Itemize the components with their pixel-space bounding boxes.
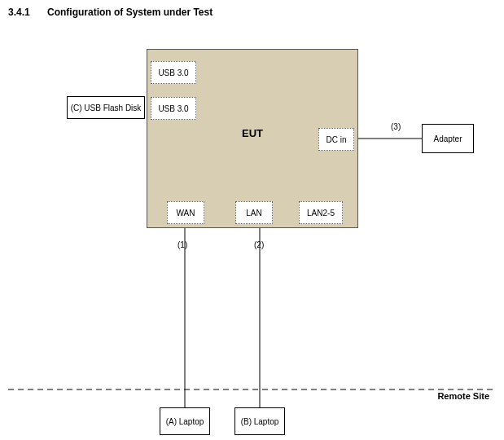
port-usb-side: USB 3.0 bbox=[151, 97, 196, 120]
port-wan: WAN bbox=[167, 201, 204, 224]
device-usb-flash: (C) USB Flash Disk bbox=[67, 96, 145, 119]
device-adapter: Adapter bbox=[422, 124, 474, 153]
heading-number: 3.4.1 bbox=[8, 7, 30, 18]
eut-box: EUT USB 3.0 USB 3.0 DC in WAN LAN LAN2-5 bbox=[147, 49, 358, 228]
label-conn-3: (3) bbox=[391, 122, 401, 131]
heading-title: Configuration of System under Test bbox=[47, 7, 213, 18]
remote-site-label: Remote Site bbox=[437, 391, 489, 401]
diagram-canvas: 3.4.1 Configuration of System under Test… bbox=[0, 0, 504, 440]
port-usb-top: USB 3.0 bbox=[151, 61, 196, 84]
port-dc-in: DC in bbox=[318, 128, 354, 151]
section-heading: 3.4.1 Configuration of System under Test bbox=[8, 7, 213, 18]
port-lan25: LAN2-5 bbox=[299, 201, 343, 224]
device-laptop-b: (B) Laptop bbox=[234, 407, 285, 435]
label-conn-2: (2) bbox=[254, 240, 264, 249]
device-laptop-a: (A) Laptop bbox=[160, 407, 210, 435]
port-lan: LAN bbox=[235, 201, 273, 224]
label-conn-1: (1) bbox=[177, 240, 187, 249]
